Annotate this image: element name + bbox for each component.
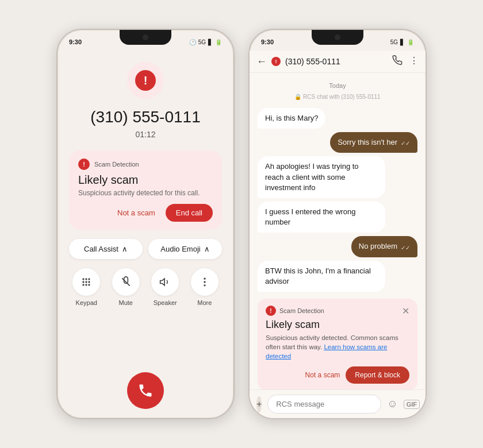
more-options-icon[interactable]: ⋮ [409,55,419,68]
controls-grid: Keypad Mute Speaker More [69,268,222,306]
chat-date: Today [258,82,417,89]
scam-badge-icon: ! [78,159,90,170]
more-control[interactable]: More [187,268,223,306]
svg-point-12 [204,281,205,283]
chat-messages: Today 🔒 RCS chat with (310) 555-0111 Hi,… [250,73,425,389]
scam-exclamation-icon: ! [135,70,156,91]
scam-badge-icon-2: ! [266,306,276,316]
not-a-scam-button-1[interactable]: Not a scam [113,205,160,221]
keypad-icon [72,268,100,296]
voice-record-button[interactable] [425,398,427,411]
scam-title-1: Likely scam [78,173,213,187]
report-block-button[interactable]: Report & block [346,366,409,384]
status-time-2: 9:30 [261,38,274,45]
signal-5g-2: 5G [390,39,398,45]
scam-desc-1: Suspicious activity detected for this ca… [78,189,213,197]
svg-point-2 [89,278,90,280]
message-input[interactable] [267,395,381,414]
scam-icon-circle: ! [127,62,164,99]
svg-point-8 [89,284,90,285]
battery-icon: 🔋 [215,39,222,45]
scam-card-header: ! Scam Detection [78,159,213,170]
chat-header-number: (310) 555-0111 [285,57,388,66]
mute-control[interactable]: Mute [109,268,144,306]
signal-bars-2: ▋ [400,39,405,45]
msg-5: No problem ✓✓ [351,236,417,257]
gif-button[interactable]: GIF [404,400,420,409]
not-a-scam-button-2[interactable]: Not a scam [305,371,340,379]
end-call-button[interactable]: End call [166,204,213,222]
phone2-main: ← ! (310) 555-0111 ⋮ Today 🔒 RCS chat wi… [250,51,425,418]
msg-4: I guess I entered the wrong number [258,202,385,233]
svg-point-0 [83,278,85,280]
phone-2: 9:30 5G ▋ 🔋 ← ! (310) 555-0111 ⋮ Today 🔒… [248,29,427,419]
svg-point-11 [204,278,205,280]
back-button[interactable]: ← [256,56,267,68]
audio-emoji-label: Audio Emoji [160,245,200,253]
more-icon [191,268,218,296]
assist-row: Call Assist ∧ Audio Emoji ∧ [69,239,222,259]
scam-detection-label-2: Scam Detection [279,307,324,314]
chat-input-bar: + ☺ GIF [250,389,425,418]
msg-3: Ah apologies! I was trying to reach a cl… [258,156,385,198]
battery-icon-2: 🔋 [407,39,414,45]
msg-1: Hi, is this Mary? [258,108,325,129]
status-icons-1: 🕐 5G ▋ 🔋 [189,39,222,45]
speaker-icon [151,268,179,296]
notch-1 [120,30,171,45]
chat-rcs-label: 🔒 RCS chat with (310) 555-0111 [258,94,417,100]
msg-check-2: ✓✓ [401,244,410,252]
camera-dot-2 [335,34,340,40]
svg-point-5 [89,281,90,283]
clock-icon: 🕐 [189,39,196,45]
phone-1: 9:30 🕐 5G ▋ 🔋 ! (310) 555-0111 01:12 ! S… [56,29,235,419]
scam-detection-card: ! Scam Detection Likely scam Suspicious … [69,150,222,230]
status-icons-2: 5G ▋ 🔋 [390,39,414,45]
add-attachment-button[interactable]: + [256,396,262,412]
scam-panel-desc: Suspicious activity detected. Common sca… [266,333,409,361]
signal-bars: ▋ [208,39,213,45]
speaker-control[interactable]: Speaker [148,268,183,306]
svg-line-9 [122,278,129,285]
speaker-label: Speaker [154,299,177,306]
scam-panel-left: ! Scam Detection [266,306,324,316]
svg-point-13 [204,284,205,286]
scam-panel-header: ! Scam Detection ✕ [266,306,409,316]
call-timer: 01:12 [135,130,155,139]
call-assist-button[interactable]: Call Assist ∧ [69,239,143,259]
svg-point-6 [83,284,85,285]
more-label: More [197,299,212,306]
msg-check-1: ✓✓ [401,140,410,148]
close-scam-panel-button[interactable]: ✕ [402,306,409,316]
scam-actions-1: Not a scam End call [78,204,213,222]
chevron-up-icon-2: ∧ [204,245,210,253]
svg-marker-10 [160,279,165,285]
emoji-button[interactable]: ☺ [387,398,397,410]
mute-icon [112,268,140,296]
svg-point-7 [86,284,87,285]
signal-5g: 5G [198,39,206,45]
msg-6: BTW this is John, I'm a financial adviso… [258,261,385,292]
chevron-up-icon: ∧ [122,245,128,253]
notch-2 [312,30,363,45]
svg-point-4 [86,281,87,283]
scam-detection-panel-2: ! Scam Detection ✕ Likely scam Suspiciou… [258,299,417,389]
chat-header-actions: ⋮ [392,55,419,68]
keypad-label: Keypad [76,299,97,306]
audio-emoji-button[interactable]: Audio Emoji ∧ [148,239,222,259]
scam-panel-title: Likely scam [266,319,409,331]
keypad-control[interactable]: Keypad [69,268,104,306]
phone-call-icon[interactable] [392,55,402,68]
chat-header: ← ! (310) 555-0111 ⋮ [250,51,425,73]
call-assist-label: Call Assist [84,245,118,253]
svg-point-3 [83,281,85,283]
scam-detection-label: Scam Detection [94,161,139,168]
scam-panel-actions: Not a scam Report & block [266,366,409,384]
chat-header-scam-icon: ! [271,57,281,66]
svg-point-1 [86,278,87,280]
status-time-1: 9:30 [69,38,82,45]
msg-2: Sorry this isn't her ✓✓ [330,132,417,153]
phone1-main: ! (310) 555-0111 01:12 ! Scam Detection … [57,51,233,418]
phone-number-display: (310) 555-0111 [90,108,200,126]
end-call-hangup-button[interactable] [127,372,164,409]
